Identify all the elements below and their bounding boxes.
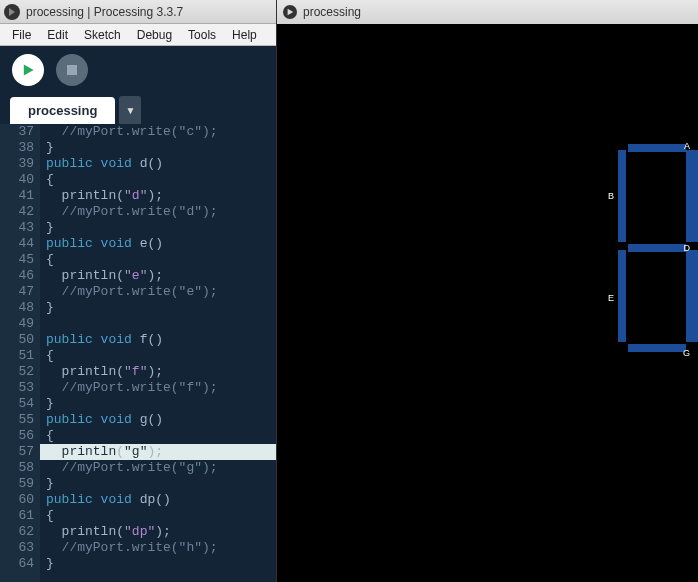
line-number: 53 — [0, 380, 34, 396]
code-line[interactable]: //myPort.write("c"); — [46, 124, 276, 140]
code-line[interactable]: println("dp"); — [46, 524, 276, 540]
app-icon — [4, 4, 20, 20]
menu-tools[interactable]: Tools — [180, 26, 224, 44]
tab-dropdown[interactable]: ▼ — [119, 96, 141, 124]
toolbar — [0, 46, 276, 94]
code-editor[interactable]: 3738394041424344454647484950515253545556… — [0, 124, 276, 582]
menu-sketch[interactable]: Sketch — [76, 26, 129, 44]
code-line[interactable]: { — [46, 252, 276, 268]
label-e: E — [608, 294, 614, 303]
line-number: 60 — [0, 492, 34, 508]
title-bar: processing | Processing 3.3.7 — [0, 0, 276, 24]
line-number: 58 — [0, 460, 34, 476]
code-line[interactable]: } — [46, 140, 276, 156]
menu-help[interactable]: Help — [224, 26, 265, 44]
line-number: 61 — [0, 508, 34, 524]
line-number: 52 — [0, 364, 34, 380]
code-line[interactable]: public void e() — [46, 236, 276, 252]
code-line[interactable]: println("d"); — [46, 188, 276, 204]
code-line[interactable]: public void g() — [46, 412, 276, 428]
stop-icon — [67, 65, 77, 75]
code-line[interactable]: { — [46, 428, 276, 444]
tab-active[interactable]: processing — [10, 97, 115, 124]
code-line[interactable]: //myPort.write("e"); — [46, 284, 276, 300]
segment-d — [628, 244, 686, 252]
segment-right-upper — [686, 150, 698, 242]
line-number: 38 — [0, 140, 34, 156]
code-line[interactable]: //myPort.write("d"); — [46, 204, 276, 220]
code-line[interactable]: } — [46, 300, 276, 316]
code-line[interactable]: println("f"); — [46, 364, 276, 380]
code-line[interactable]: println("e"); — [46, 268, 276, 284]
segment-e — [618, 250, 626, 342]
label-a: A — [684, 142, 690, 151]
code-line[interactable]: { — [46, 172, 276, 188]
line-number: 45 — [0, 252, 34, 268]
menu-debug[interactable]: Debug — [129, 26, 180, 44]
line-number: 57 — [0, 444, 34, 460]
code-line[interactable]: //myPort.write("g"); — [46, 460, 276, 476]
code-line[interactable]: //myPort.write("h"); — [46, 540, 276, 556]
sketch-title: processing — [303, 5, 361, 19]
segment-a — [628, 144, 686, 152]
line-number: 62 — [0, 524, 34, 540]
segment-g — [628, 344, 686, 352]
line-number: 54 — [0, 396, 34, 412]
line-number: 48 — [0, 300, 34, 316]
code-line[interactable]: public void d() — [46, 156, 276, 172]
window-title: processing | Processing 3.3.7 — [26, 5, 183, 19]
segment-right-lower — [686, 250, 698, 342]
code-line[interactable]: } — [46, 556, 276, 572]
code-line[interactable]: } — [46, 220, 276, 236]
line-number: 39 — [0, 156, 34, 172]
menu-bar: File Edit Sketch Debug Tools Help — [0, 24, 276, 46]
output-pane: processing A B D E G — [276, 0, 698, 582]
run-button[interactable] — [12, 54, 44, 86]
line-number: 49 — [0, 316, 34, 332]
seven-segment-display: A B D E G — [618, 144, 698, 354]
sketch-run-icon — [283, 5, 297, 19]
line-number: 46 — [0, 268, 34, 284]
label-d: D — [684, 244, 691, 253]
line-number: 55 — [0, 412, 34, 428]
line-number: 51 — [0, 348, 34, 364]
play-icon — [21, 63, 35, 77]
line-number: 43 — [0, 220, 34, 236]
sketch-canvas: A B D E G — [277, 24, 698, 582]
output-header: processing — [277, 0, 698, 24]
line-number: 59 — [0, 476, 34, 492]
code-line[interactable]: public void f() — [46, 332, 276, 348]
label-b: B — [608, 192, 614, 201]
line-number: 37 — [0, 124, 34, 140]
code-line[interactable]: { — [46, 348, 276, 364]
line-number: 44 — [0, 236, 34, 252]
gutter: 3738394041424344454647484950515253545556… — [0, 124, 40, 582]
code-line[interactable]: public void dp() — [46, 492, 276, 508]
code-line[interactable]: } — [46, 396, 276, 412]
line-number: 40 — [0, 172, 34, 188]
tab-bar: processing ▼ — [0, 94, 276, 124]
menu-file[interactable]: File — [4, 26, 39, 44]
line-number: 64 — [0, 556, 34, 572]
label-g: G — [683, 349, 690, 358]
line-number: 50 — [0, 332, 34, 348]
line-number: 42 — [0, 204, 34, 220]
code-area[interactable]: //myPort.write("c");}public void d(){ pr… — [40, 124, 276, 582]
stop-button[interactable] — [56, 54, 88, 86]
menu-edit[interactable]: Edit — [39, 26, 76, 44]
line-number: 41 — [0, 188, 34, 204]
line-number: 63 — [0, 540, 34, 556]
editor-pane: processing | Processing 3.3.7 File Edit … — [0, 0, 276, 582]
line-number: 56 — [0, 428, 34, 444]
segment-b — [618, 150, 626, 242]
code-line[interactable] — [46, 316, 276, 332]
code-line[interactable]: } — [46, 476, 276, 492]
code-line[interactable]: { — [46, 508, 276, 524]
line-number: 47 — [0, 284, 34, 300]
code-line[interactable]: //myPort.write("f"); — [46, 380, 276, 396]
code-line[interactable]: println("g"); — [40, 444, 276, 460]
